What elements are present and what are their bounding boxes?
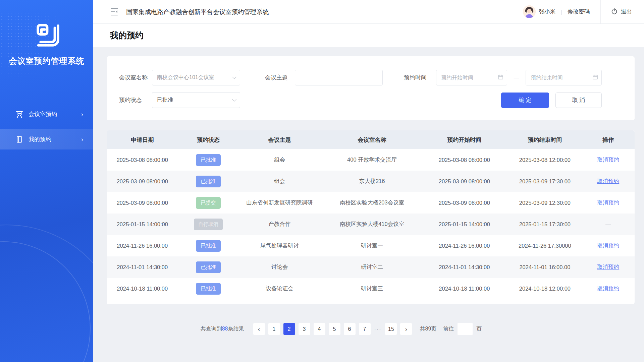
confirm-button[interactable]: 确 定 (501, 93, 549, 108)
cell-action: 取消预约 (584, 263, 632, 271)
cancel-button[interactable]: 取 消 (555, 93, 602, 108)
cell-end-time: 2024-10-18 12:00:00 (505, 286, 584, 292)
next-page-button[interactable]: › (400, 323, 412, 335)
cell-apply-date: 2024-11-26 16:00:00 (107, 243, 178, 249)
page-button[interactable]: 7 (359, 323, 371, 335)
cell-subject: 山东省创新发展研究院调研 (238, 199, 320, 206)
table-row: 2025-03-08 08:00:00 已批准 组会 400 开放学术交流厅 2… (107, 149, 635, 171)
sidebar-dots-decoration (0, 11, 60, 82)
cell-status: 自行取消 (178, 219, 238, 230)
cancel-reservation-link[interactable]: 取消预约 (597, 157, 619, 163)
cell-start-time: 2024-11-26 16:00:00 (423, 243, 505, 249)
cell-end-time: 2024-11-01 16:00.00 (505, 264, 584, 270)
cell-room: 研讨室三 (320, 285, 423, 292)
sidebar-curve-decoration (0, 225, 93, 362)
sidebar-item-my-reservations[interactable]: 我的预约 › (0, 129, 93, 149)
table-row: 2025-01-15 14:00:00 自行取消 产教合作 南校区实验大楼410… (107, 214, 635, 235)
cell-apply-date: 2025-03-09 08:00:00 (107, 200, 178, 206)
cell-room: 400 开放学术交流厅 (320, 156, 423, 164)
cancel-reservation-link[interactable]: 取消预约 (597, 264, 619, 270)
header-divider: | (561, 9, 562, 15)
results-count: 88 (222, 326, 228, 331)
status-badge: 已提交 (196, 197, 221, 209)
goto-label: 前往 (443, 325, 454, 333)
cell-room: 东大楼216 (320, 178, 423, 185)
cell-end-time: 2025-03-08 12:00:00 (505, 157, 584, 163)
pages-ellipsis[interactable]: ··· (374, 326, 382, 332)
table-header-row: 申请日期 预约状态 会议主题 会议室名称 预约开始时间 预约结束时间 操作 (107, 130, 635, 149)
page-title: 我的预约 (110, 30, 144, 41)
cell-start-time: 2025-01-15 14:00:00 (423, 221, 505, 228)
cell-room: 研讨室一 (320, 242, 423, 249)
cancel-reservation-link[interactable]: 取消预约 (597, 285, 619, 291)
cell-room: 南校区实验大楼203会议室 (320, 199, 423, 206)
cancel-reservation-link[interactable]: 取消预约 (597, 199, 619, 205)
table-row: 2024-11-26 16:00:00 已批准 尾气处理器研讨 研讨室一 202… (107, 235, 635, 256)
room-name-label: 会议室名称 (119, 74, 152, 81)
cell-end-time: 2025-01-15 17:30:00 (505, 221, 584, 228)
page-button[interactable]: 3 (299, 323, 310, 335)
table-row: 2025-03-09 08:00:00 已提交 山东省创新发展研究院调研 南校区… (107, 192, 635, 214)
status-badge: 已批准 (196, 176, 221, 187)
room-name-select-value: 南校会议中心101会议室 (157, 74, 214, 81)
page-button-active[interactable]: 2 (283, 323, 295, 335)
cell-status: 已批准 (178, 240, 238, 252)
cell-status: 已批准 (178, 283, 238, 295)
status-badge: 已批准 (196, 240, 221, 252)
calendar-icon (592, 74, 598, 81)
column-header: 预约结束时间 (505, 136, 584, 144)
date-range-separator: — (507, 75, 526, 81)
column-header: 操作 (584, 136, 632, 144)
sidebar-item-room-reservation[interactable]: 会议室预约 › (0, 104, 93, 124)
cell-status: 已批准 (178, 154, 238, 166)
no-action-dash: — (605, 221, 611, 227)
user-menu[interactable]: 张小米 (523, 5, 556, 18)
status-badge: 已批准 (196, 283, 221, 295)
main-content: 会议室名称 南校会议中心101会议室 会议主题 预约时间 (93, 47, 644, 362)
cell-start-time: 2025-03-09 08:00:00 (423, 178, 505, 185)
page-button[interactable]: 15 (385, 323, 397, 335)
menu-fold-icon[interactable] (111, 8, 118, 15)
notebook-icon (15, 135, 23, 143)
chevron-down-icon (232, 75, 236, 79)
prev-page-button[interactable]: ‹ (253, 323, 265, 335)
filter-panel: 会议室名称 南校会议中心101会议室 会议主题 预约时间 (107, 56, 635, 120)
meeting-subject-label: 会议主题 (265, 74, 295, 81)
page-button[interactable]: 1 (268, 323, 280, 335)
status-badge: 自行取消 (194, 219, 223, 230)
logout-button[interactable]: 退出 (600, 0, 644, 23)
room-name-select[interactable]: 南校会议中心101会议室 (152, 70, 240, 85)
meeting-subject-input[interactable] (300, 75, 378, 81)
meeting-subject-field (295, 70, 383, 85)
sidebar-menu: 会议室预约 › 我的预约 › (0, 104, 93, 149)
cancel-reservation-link[interactable]: 取消预约 (597, 242, 619, 248)
reservation-status-select[interactable]: 已批准 (152, 92, 240, 108)
page-button[interactable]: 4 (314, 323, 325, 335)
cell-apply-date: 2024-10-18 11:00:00 (107, 286, 178, 292)
cell-subject: 设备论证会 (238, 285, 320, 292)
cell-room: 研讨室二 (320, 263, 423, 271)
top-header: 国家集成电路产教融合创新平台会议室预约管理系统 张小米 | 修改密码 (93, 0, 644, 24)
cell-action: 取消预约 (584, 178, 632, 185)
power-icon (611, 8, 618, 16)
chevron-down-icon (232, 97, 236, 102)
start-time-input[interactable] (441, 75, 496, 81)
column-header: 预约开始时间 (423, 136, 505, 144)
cell-subject: 讨论会 (238, 263, 320, 271)
change-password-link[interactable]: 修改密码 (568, 8, 590, 15)
header-right-area: 张小米 | 修改密码 退出 (523, 0, 644, 23)
page-button[interactable]: 5 (329, 323, 340, 335)
column-header: 申请日期 (107, 136, 178, 144)
table-row: 2024-11-01 14:30:00 已批准 讨论会 研讨室二 2024-11… (107, 256, 635, 278)
table-row: 2024-10-18 11:00:00 已批准 设备论证会 研讨室三 2024-… (107, 278, 635, 299)
goto-suffix: 页 (476, 325, 482, 333)
end-time-field (526, 70, 602, 85)
cell-end-time: 2025-03-09 17:30.00 (505, 178, 584, 185)
end-time-input[interactable] (531, 75, 591, 81)
goto-page-input[interactable] (458, 323, 473, 335)
cancel-reservation-link[interactable]: 取消预约 (597, 178, 619, 184)
cell-end-time: 2025-03-09 12:30:00 (505, 200, 584, 206)
cell-apply-date: 2025-01-15 14:00:00 (107, 221, 178, 228)
page-button[interactable]: 6 (344, 323, 356, 335)
reservation-time-label: 预约时间 (404, 74, 436, 81)
